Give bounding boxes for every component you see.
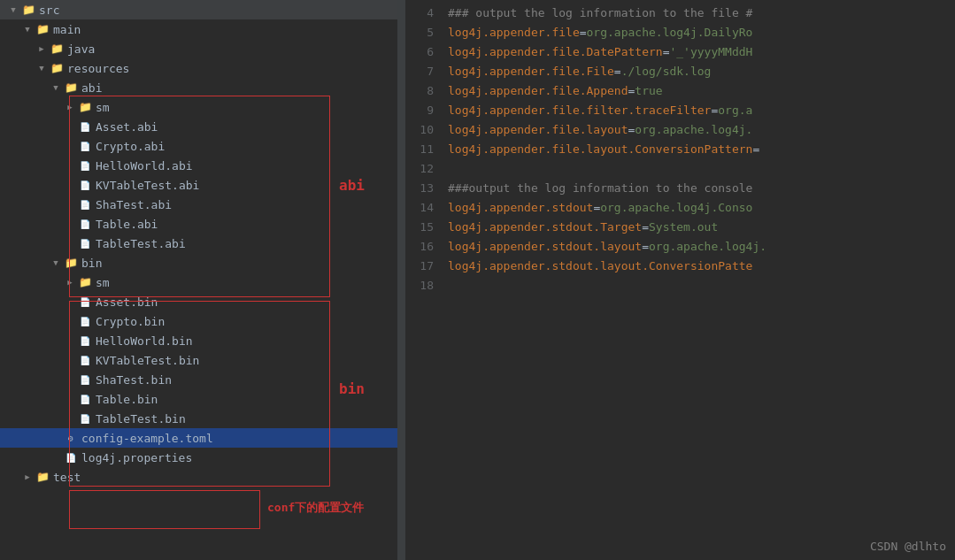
tree-item-config-example[interactable]: ⚙ config-example.toml bbox=[0, 428, 397, 448]
label-sm-abi: sm bbox=[96, 101, 110, 114]
code-line-9: log4j.appender.file.filter.traceFilter=o… bbox=[448, 101, 955, 120]
tree-item-crypto-bin[interactable]: 📄 Crypto.bin bbox=[0, 311, 397, 331]
code-span: '_'yyyyMMddH bbox=[669, 42, 752, 62]
tree-item-tabletest-abi[interactable]: 📄 TableTest.abi bbox=[0, 234, 397, 253]
code-span: log4j.appender.file.layout bbox=[448, 120, 628, 140]
folder-icon-sm-abi: 📁 bbox=[78, 100, 92, 114]
tree-item-crypto-abi[interactable]: 📄 Crypto.abi bbox=[0, 136, 397, 156]
code-span: org.apache.log4j.DailyRo bbox=[587, 23, 753, 42]
tree-item-table-bin[interactable]: 📄 Table.bin bbox=[0, 389, 397, 409]
tree-item-helloworld-bin[interactable]: 📄 HelloWorld.bin bbox=[0, 331, 397, 350]
label-java: java bbox=[67, 42, 95, 56]
tree-item-kvtabletest-bin[interactable]: 📄 KVTableTest.bin bbox=[0, 350, 397, 370]
arrow-sm-bin bbox=[64, 276, 76, 288]
tree-item-bin[interactable]: 📁 bin bbox=[0, 253, 397, 272]
tree-item-sm-abi[interactable]: 📁 sm bbox=[0, 97, 397, 117]
code-span: log4j.appender.file bbox=[448, 23, 580, 42]
label-resources: resources bbox=[67, 62, 129, 75]
tree-item-kvtabletest-abi[interactable]: 📄 KVTableTest.abi bbox=[0, 175, 397, 195]
code-line-7: log4j.appender.file.File=./log/sdk.log bbox=[448, 62, 955, 81]
conf-highlight-box bbox=[69, 490, 260, 529]
code-line-17: log4j.appender.stdout.layout.ConversionP… bbox=[448, 257, 955, 276]
tree-item-log4j[interactable]: 📄 log4j.properties bbox=[0, 448, 397, 467]
arrow-java bbox=[35, 42, 48, 55]
tree-item-asset-bin[interactable]: 📄 Asset.bin bbox=[0, 292, 397, 311]
label-shatest-abi: ShaTest.abi bbox=[96, 198, 172, 211]
tree-item-resources[interactable]: 📁 resources bbox=[0, 58, 397, 78]
tree-item-helloworld-abi[interactable]: 📄 HelloWorld.abi bbox=[0, 156, 397, 175]
code-span: log4j.appender.file.filter.traceFilter bbox=[448, 101, 711, 120]
code-line-6: log4j.appender.file.DatePattern='_'yyyyM… bbox=[448, 42, 955, 62]
code-content: ### output the log information to the fi… bbox=[441, 0, 955, 560]
folder-icon-main: 📁 bbox=[35, 22, 50, 36]
code-span: true bbox=[635, 81, 662, 101]
line-numbers: 4 5 6 7 8 9 10 11 12 13 14 15 16 17 18 bbox=[405, 0, 441, 560]
tree-item-asset-abi[interactable]: 📄 Asset.abi bbox=[0, 117, 397, 136]
label-sm-bin: sm bbox=[96, 276, 110, 289]
file-icon-helloworld-bin: 📄 bbox=[78, 334, 92, 348]
file-icon-helloworld-abi: 📄 bbox=[78, 158, 92, 173]
code-span: log4j.appender.stdout bbox=[448, 198, 593, 218]
tree-item-test[interactable]: 📁 test bbox=[0, 467, 397, 487]
code-span: log4j.appender.stdout.layout.ConversionP… bbox=[448, 257, 752, 276]
file-icon-crypto-abi: 📄 bbox=[78, 139, 92, 153]
code-span: org.apache.log4j. bbox=[649, 237, 766, 257]
tree-item-main[interactable]: 📁 main bbox=[0, 19, 397, 39]
arrow-sm-abi bbox=[64, 101, 76, 113]
code-line-12 bbox=[448, 159, 955, 179]
label-shatest-bin: ShaTest.bin bbox=[96, 373, 172, 387]
code-span: = bbox=[711, 101, 718, 120]
label-crypto-abi: Crypto.abi bbox=[96, 140, 165, 153]
file-icon-crypto-bin: 📄 bbox=[78, 314, 92, 328]
code-line-15: log4j.appender.stdout.Target=System.out bbox=[448, 218, 955, 237]
label-main: main bbox=[53, 23, 81, 36]
tree-item-tabletest-bin[interactable]: 📄 TableTest.bin bbox=[0, 409, 397, 428]
code-panel: 4 5 6 7 8 9 10 11 12 13 14 15 16 17 18 #… bbox=[405, 0, 955, 560]
arrow-resources bbox=[35, 62, 48, 74]
arrow-main bbox=[21, 23, 34, 35]
folder-icon-test: 📁 bbox=[35, 470, 50, 484]
file-icon-kvtabletest-abi: 📄 bbox=[78, 178, 92, 192]
code-span: = bbox=[752, 140, 759, 159]
label-crypto-bin: Crypto.bin bbox=[96, 315, 165, 328]
file-icon-tabletest-abi: 📄 bbox=[78, 236, 92, 250]
folder-icon-abi: 📁 bbox=[64, 81, 78, 95]
code-span: = bbox=[663, 42, 670, 62]
label-table-abi: Table.abi bbox=[96, 218, 158, 231]
code-span: log4j.appender.file.DatePattern bbox=[448, 42, 663, 62]
folder-icon-resources: 📁 bbox=[50, 61, 64, 75]
code-span: log4j.appender.file.layout.ConversionPat… bbox=[448, 140, 752, 159]
label-test: test bbox=[53, 471, 81, 484]
code-span: = bbox=[628, 81, 635, 101]
file-icon-table-abi: 📄 bbox=[78, 217, 92, 231]
label-kvtabletest-bin: KVTableTest.bin bbox=[96, 354, 199, 367]
tree-item-sm-bin[interactable]: 📁 sm bbox=[0, 272, 397, 292]
tree-item-java[interactable]: 📁 java bbox=[0, 39, 397, 58]
tree-item-shatest-bin[interactable]: 📄 ShaTest.bin bbox=[0, 370, 397, 389]
code-span: org.apache.log4j. bbox=[635, 120, 752, 140]
file-icon-shatest-bin: 📄 bbox=[78, 372, 92, 387]
code-line-11: log4j.appender.file.layout.ConversionPat… bbox=[448, 140, 955, 159]
file-icon-asset-bin: 📄 bbox=[78, 295, 92, 309]
folder-icon-bin: 📁 bbox=[64, 256, 78, 270]
label-helloworld-bin: HelloWorld.bin bbox=[96, 334, 193, 348]
tree-item-src[interactable]: 📁 src bbox=[0, 0, 397, 19]
code-span: log4j.appender.stdout.Target bbox=[448, 218, 642, 237]
label-src: src bbox=[39, 4, 59, 17]
panel-divider bbox=[398, 0, 405, 560]
tree-item-shatest-abi[interactable]: 📄 ShaTest.abi bbox=[0, 195, 397, 214]
code-span: log4j.appender.file.Append bbox=[448, 81, 628, 101]
code-span: = bbox=[642, 218, 649, 237]
code-line-16: log4j.appender.stdout.layout=org.apache.… bbox=[448, 237, 955, 257]
code-line-18 bbox=[448, 276, 955, 295]
code-span: ### output the log information to the fi… bbox=[448, 4, 752, 23]
tree-item-abi[interactable]: 📁 abi bbox=[0, 78, 397, 97]
folder-icon-sm-bin: 📁 bbox=[78, 275, 92, 289]
code-line-5: log4j.appender.file=org.apache.log4j.Dai… bbox=[448, 23, 955, 42]
conf-label: conf下的配置文件 bbox=[267, 500, 364, 516]
tree-item-table-abi[interactable]: 📄 Table.abi bbox=[0, 214, 397, 234]
code-span: = bbox=[642, 237, 649, 257]
code-span: = bbox=[628, 120, 635, 140]
label-asset-bin: Asset.bin bbox=[96, 295, 158, 309]
label-bin-folder: bin bbox=[81, 257, 102, 270]
